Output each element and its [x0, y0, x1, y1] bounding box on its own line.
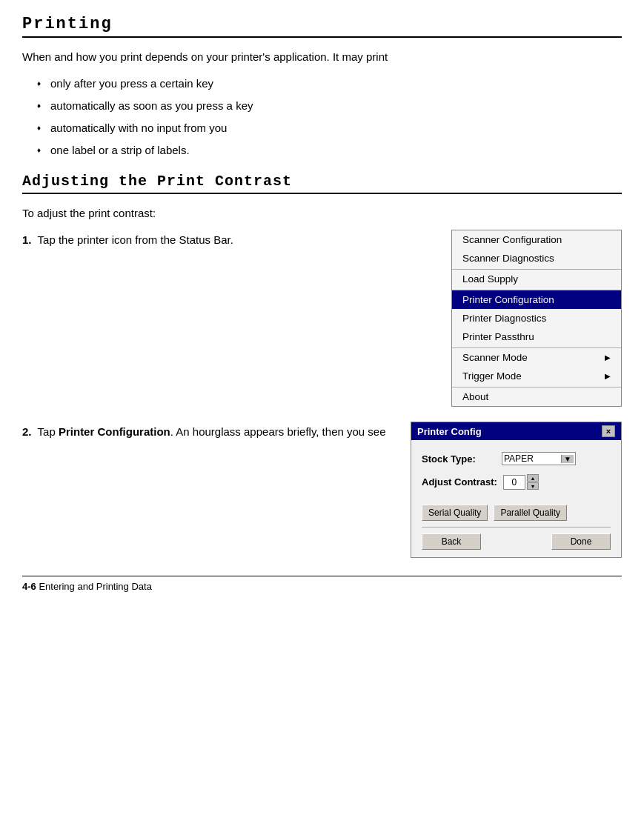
context-menu: Scanner Configuration Scanner Diagnostic…: [451, 230, 622, 407]
bullet-list: only after you press a certain key autom…: [37, 75, 622, 159]
menu-item-printer-passthru[interactable]: Printer Passthru: [452, 327, 621, 346]
back-button[interactable]: Back: [422, 533, 481, 550]
spinner-buttons: ▲ ▼: [527, 474, 539, 490]
serial-quality-button[interactable]: Serial Quality: [422, 505, 488, 521]
footer-number: 4-6 Entering and Printing Data: [22, 581, 152, 592]
menu-item-load-supply[interactable]: Load Supply: [452, 269, 621, 288]
step2-image: Printer Config × Stock Type: PAPER ▼ Adj…: [411, 422, 622, 558]
step1-number: 1.: [22, 233, 32, 246]
list-item: only after you press a certain key: [37, 75, 622, 93]
step2-bold: Printer Configuration: [59, 425, 170, 438]
list-item: one label or a strip of labels.: [37, 142, 622, 159]
step2-para: 2. Tap Printer Configuration. An hourgla…: [22, 423, 396, 441]
stock-type-select[interactable]: PAPER ▼: [502, 452, 576, 465]
step2-text-col: 2. Tap Printer Configuration. An hourgla…: [22, 422, 396, 448]
dialog-titlebar: Printer Config ×: [411, 422, 621, 440]
section-title: Adjusting the Print Contrast: [22, 173, 622, 194]
step1-image: Scanner Configuration Scanner Diagnostic…: [451, 230, 622, 407]
step2-suffix: . An hourglass appears briefly, then you…: [170, 425, 386, 438]
step1-content: Tap the printer icon from the Status Bar…: [38, 233, 233, 246]
contrast-spinner: 0 ▲ ▼: [503, 474, 539, 490]
page-title: Printing: [22, 15, 622, 38]
step1-para: 1. Tap the printer icon from the Status …: [22, 231, 436, 249]
spinner-up-button[interactable]: ▲: [527, 474, 539, 482]
dialog-body: Stock Type: PAPER ▼ Adjust Contrast: 0 ▲…: [411, 440, 621, 557]
contrast-row: Adjust Contrast: 0 ▲ ▼: [422, 474, 611, 490]
dialog-close-button[interactable]: ×: [602, 425, 615, 437]
stock-type-label: Stock Type:: [422, 453, 496, 465]
stock-type-arrow[interactable]: ▼: [561, 455, 574, 463]
contrast-label: Adjust Contrast:: [422, 476, 497, 488]
step1-text-col: 1. Tap the printer icon from the Status …: [22, 230, 436, 256]
printer-config-dialog: Printer Config × Stock Type: PAPER ▼ Adj…: [411, 422, 622, 558]
intro-paragraph: When and how you print depends on your p…: [22, 48, 622, 66]
menu-item-about[interactable]: About: [452, 387, 621, 406]
menu-item-trigger-mode[interactable]: Trigger Mode: [452, 367, 621, 385]
footer: 4-6 Entering and Printing Data: [22, 576, 622, 592]
step2-prefix: Tap: [38, 425, 59, 438]
list-item: automatically as soon as you press a key: [37, 97, 622, 115]
step2-number: 2.: [22, 425, 32, 438]
menu-item-printer-diag[interactable]: Printer Diagnostics: [452, 309, 621, 327]
list-item: automatically with no input from you: [37, 119, 622, 137]
dialog-title: Printer Config: [417, 426, 482, 437]
nav-buttons-row: Back Done: [422, 527, 611, 550]
parallel-quality-button[interactable]: Parallel Quality: [494, 505, 567, 521]
menu-item-scanner-mode[interactable]: Scanner Mode: [452, 347, 621, 367]
menu-item-scanner-config[interactable]: Scanner Configuration: [452, 230, 621, 249]
stock-type-value: PAPER: [504, 453, 534, 464]
contrast-value[interactable]: 0: [503, 475, 525, 490]
adjust-intro: To adjust the print contrast:: [22, 204, 622, 222]
menu-item-printer-config[interactable]: Printer Configuration: [452, 290, 621, 309]
quality-buttons-row: Serial Quality Parallel Quality: [422, 505, 611, 521]
step1-row: 1. Tap the printer icon from the Status …: [22, 230, 622, 407]
spinner-down-button[interactable]: ▼: [527, 482, 539, 490]
menu-item-scanner-diag[interactable]: Scanner Diagnostics: [452, 249, 621, 267]
step2-row: 2. Tap Printer Configuration. An hourgla…: [22, 422, 622, 558]
stock-type-row: Stock Type: PAPER ▼: [422, 452, 611, 465]
done-button[interactable]: Done: [551, 533, 611, 550]
